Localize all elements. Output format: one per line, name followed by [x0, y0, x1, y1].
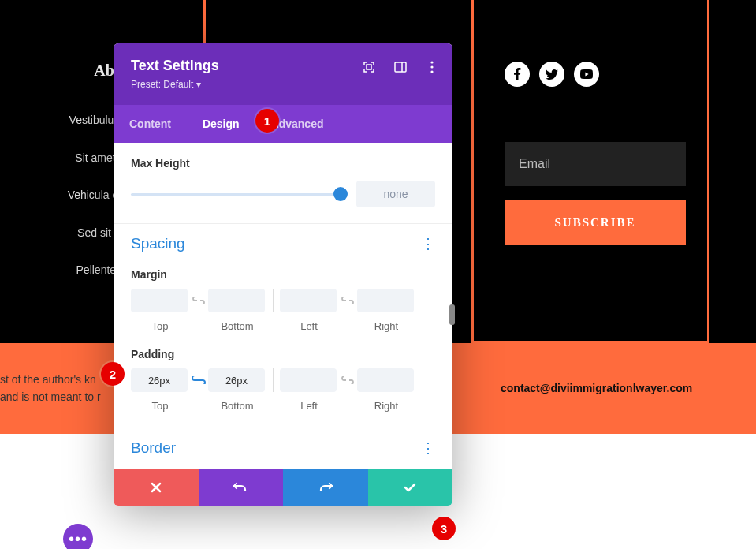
caption-top: Top: [131, 400, 189, 412]
link-icon[interactable]: [338, 289, 357, 312]
padding-right-input[interactable]: [357, 368, 414, 392]
margin-right-input[interactable]: [357, 289, 414, 312]
divider: [114, 223, 452, 224]
caption-top: Top: [131, 320, 189, 332]
panel-footer: [114, 469, 452, 506]
disclaimer-text: st of the author's kn and is not meant t…: [0, 371, 101, 406]
margin-left-input[interactable]: [280, 289, 337, 312]
svg-point-5: [430, 70, 433, 73]
section-menu-icon[interactable]: ⋮: [421, 441, 435, 455]
caption-bottom: Bottom: [208, 400, 266, 412]
caption-left: Left: [280, 400, 338, 412]
svg-rect-0: [367, 65, 371, 69]
link-icon[interactable]: [189, 289, 208, 312]
padding-label: Padding: [131, 348, 435, 360]
facebook-icon[interactable]: [505, 62, 530, 87]
panel-body: Max Height none Spacing ⋮ Margin Top Bot…: [114, 143, 452, 469]
section-border-title[interactable]: Border: [131, 439, 176, 457]
cancel-button[interactable]: [114, 469, 199, 506]
svg-point-4: [430, 65, 433, 68]
scrollbar-thumb[interactable]: [449, 304, 455, 325]
svg-point-3: [430, 61, 433, 63]
caption-right: Right: [357, 320, 415, 332]
divider: [471, 341, 709, 343]
caption-right: Right: [357, 400, 415, 412]
disclaimer-line: and is not meant to r: [0, 388, 101, 405]
expand-icon[interactable]: [363, 61, 375, 73]
email-field[interactable]: [505, 142, 686, 186]
settings-panel: Text Settings Preset: Default ▾ Content …: [114, 43, 452, 506]
divider: [273, 368, 274, 392]
tab-content[interactable]: Content: [114, 105, 187, 143]
save-button[interactable]: [368, 469, 453, 506]
section-menu-icon[interactable]: ⋮: [421, 237, 435, 251]
divider: [114, 428, 452, 428]
caption-bottom: Bottom: [208, 320, 266, 332]
annotation-2: 2: [101, 362, 125, 386]
fab-button[interactable]: •••: [63, 524, 93, 549]
twitter-icon[interactable]: [539, 62, 564, 87]
panel-header: Text Settings Preset: Default ▾: [114, 43, 452, 105]
annotation-1: 1: [255, 109, 279, 133]
padding-left-input[interactable]: [280, 368, 337, 392]
padding-top-input[interactable]: 26px: [131, 368, 188, 392]
tab-design[interactable]: Design: [187, 105, 255, 143]
max-height-label: Max Height: [131, 157, 435, 170]
contact-email: contact@diviimmigrationlwayer.com: [501, 382, 692, 394]
margin-bottom-input[interactable]: [208, 289, 265, 312]
slider-thumb[interactable]: [333, 187, 348, 201]
link-icon[interactable]: [189, 368, 208, 392]
youtube-icon[interactable]: [574, 62, 599, 87]
svg-rect-1: [395, 62, 406, 72]
more-icon[interactable]: [426, 61, 438, 73]
undo-button[interactable]: [199, 469, 284, 506]
disclaimer-line: st of the author's kn: [0, 371, 101, 388]
margin-label: Margin: [131, 268, 435, 281]
social-row: [505, 62, 709, 87]
margin-row: Top Bottom Left Right: [131, 289, 435, 332]
panel-preset[interactable]: Preset: Default ▾: [131, 79, 435, 90]
tabs: Content Design Advanced: [114, 105, 452, 143]
subscribe-button[interactable]: SUBSCRIBE: [505, 200, 686, 245]
responsive-icon[interactable]: [394, 61, 407, 73]
section-spacing-title[interactable]: Spacing: [131, 235, 185, 252]
padding-row: 26px Top 26px Bottom Left Right: [131, 368, 435, 412]
link-icon[interactable]: [338, 368, 357, 392]
divider: [471, 0, 474, 343]
subscribe-section: SUBSCRIBE: [505, 62, 709, 245]
margin-top-input[interactable]: [131, 289, 188, 312]
divider: [273, 289, 274, 312]
redo-button[interactable]: [283, 469, 368, 506]
padding-bottom-input[interactable]: 26px: [208, 368, 265, 392]
annotation-3: 3: [432, 517, 456, 540]
max-height-slider[interactable]: [131, 193, 341, 196]
caption-left: Left: [280, 320, 338, 332]
max-height-value[interactable]: none: [356, 181, 435, 207]
